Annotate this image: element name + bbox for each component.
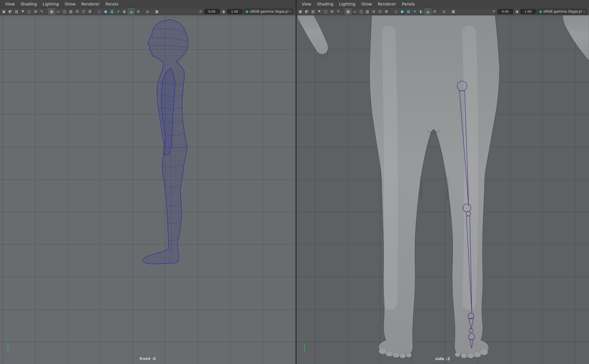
gamma-field[interactable]: 1.00 xyxy=(520,9,536,14)
bookmarks-icon[interactable]: ⚑ xyxy=(20,9,26,14)
axis-z-label: z xyxy=(300,354,302,357)
exposure-icon[interactable]: ☼ xyxy=(491,9,497,14)
gate-mask-icon[interactable]: ▧ xyxy=(364,9,370,14)
toolbar-separator xyxy=(94,9,95,14)
menu-item[interactable]: Show xyxy=(62,0,79,8)
toolbar-separator xyxy=(142,9,143,14)
axis-x-label: x xyxy=(10,353,12,357)
toolbar-separator xyxy=(343,9,343,14)
use-all-lights-icon[interactable]: ☀ xyxy=(115,9,121,14)
grid-icon[interactable]: ▦ xyxy=(48,8,55,15)
menu-item[interactable]: View xyxy=(2,0,18,8)
safe-title-icon[interactable]: ⊠ xyxy=(383,9,389,14)
shadows-icon[interactable]: ◐ xyxy=(122,9,128,14)
view-transform-label: sRGB gamma (legacy) xyxy=(250,9,288,14)
screen-space-ao-icon[interactable]: ◒ xyxy=(424,8,431,15)
toolbar-separator xyxy=(46,9,47,14)
chevron-down-icon: ▾ xyxy=(290,10,291,13)
screen-space-ao-icon[interactable]: ◒ xyxy=(128,8,135,15)
view-transform-dropdown[interactable]: ◉ sRGB gamma (legacy) ▾ xyxy=(243,9,294,14)
toolbar-separator xyxy=(152,9,152,14)
safe-action-icon[interactable]: ⊡ xyxy=(377,9,383,14)
gamma-icon[interactable]: ◑ xyxy=(514,9,519,14)
exposure-field[interactable]: 0.00 xyxy=(498,9,513,14)
exposure-field[interactable]: 0.00 xyxy=(204,9,220,14)
menu-item[interactable]: Shading xyxy=(314,0,336,8)
wireframe-icon[interactable]: ◇ xyxy=(96,9,102,14)
grid-icon[interactable]: ▦ xyxy=(345,8,351,15)
panel-front: ViewShadingLightingShowRendererPanels ▣◩… xyxy=(0,0,297,364)
resolution-gate-icon[interactable]: ◫ xyxy=(62,9,68,14)
grease-pencil-icon[interactable]: ✎ xyxy=(39,9,45,14)
textured-icon[interactable]: ▨ xyxy=(109,9,115,14)
xray-icon[interactable]: ▩ xyxy=(450,9,456,14)
wireframe-icon[interactable]: ◇ xyxy=(393,9,399,14)
isolate-select-icon[interactable]: ◎ xyxy=(441,9,447,14)
panel-toolbar: ▣◩▤⚑□⊞✎▦▭◫▧⊟⊡⊠◇●▨☀◐◒◔◎▩ ☼ 0.00 ◑ 1.00 ◉ … xyxy=(0,8,296,15)
motion-blur-icon[interactable]: ◔ xyxy=(431,9,437,14)
viewport-side[interactable]: y x z side -Z xyxy=(297,15,589,364)
maya-dual-viewport: ViewShadingLightingShowRendererPanels ▣◩… xyxy=(0,0,589,364)
image-plane-icon[interactable]: □ xyxy=(26,9,32,14)
gamma-icon[interactable]: ◑ xyxy=(221,9,226,14)
axis-y-label: y xyxy=(303,342,305,346)
menu-item[interactable]: Renderer xyxy=(78,0,102,8)
viewport-front[interactable]: y z x front -X xyxy=(0,15,296,364)
shaded-figure xyxy=(297,15,589,364)
toolbar-icon-strip: ▣◩▤⚑□⊞✎▦▭◫▧⊟⊡⊠◇●▨☀◐◒◔◎▩ xyxy=(1,8,160,15)
menu-item[interactable]: Renderer xyxy=(375,0,399,8)
chevron-down-icon: ▾ xyxy=(583,10,585,13)
safe-title-icon[interactable]: ⊠ xyxy=(87,9,93,14)
toolbar-right-cluster: ☼ 0.00 ◑ 1.00 ◉ sRGB gamma (legacy) ▾ xyxy=(198,9,295,14)
menu-item[interactable]: Lighting xyxy=(336,0,358,8)
color-management-icon: ◉ xyxy=(539,9,542,14)
arm-top-left xyxy=(298,15,328,54)
toolbar-separator xyxy=(391,9,391,14)
menu-item[interactable]: Panels xyxy=(399,0,418,8)
xray-icon[interactable]: ▩ xyxy=(154,9,160,14)
grease-pencil-icon[interactable]: ✎ xyxy=(335,9,341,14)
motion-blur-icon[interactable]: ◔ xyxy=(135,9,141,14)
toolbar-right-cluster: ☼ 0.00 ◑ 1.00 ◉ sRGB gamma (legacy) ▾ xyxy=(491,9,588,14)
bookmarks-icon[interactable]: ⚑ xyxy=(316,9,322,14)
shadows-icon[interactable]: ◐ xyxy=(418,9,424,14)
arm-top-right xyxy=(563,15,589,61)
use-all-lights-icon[interactable]: ☀ xyxy=(412,9,418,14)
gate-mask-icon[interactable]: ▧ xyxy=(68,9,74,14)
toolbar-separator xyxy=(448,9,449,14)
gamma-field[interactable]: 1.00 xyxy=(227,9,242,14)
field-chart-icon[interactable]: ⊟ xyxy=(74,9,80,14)
axis-gizmo-front: y z x xyxy=(2,342,18,358)
axis-z-label: z xyxy=(3,354,5,358)
lock-camera-icon[interactable]: ◩ xyxy=(7,9,13,14)
resolution-gate-icon[interactable]: ◫ xyxy=(358,9,364,14)
smooth-shade-icon[interactable]: ● xyxy=(103,9,109,14)
view-transform-dropdown[interactable]: ◉ sRGB gamma (legacy) ▾ xyxy=(537,9,587,14)
exposure-icon[interactable]: ☼ xyxy=(198,9,203,14)
smooth-shade-icon[interactable]: ● xyxy=(399,9,405,14)
two-d-pan-zoom-icon[interactable]: ⊞ xyxy=(329,9,335,14)
menu-item[interactable]: Shading xyxy=(18,0,40,8)
menu-item[interactable]: Show xyxy=(358,0,375,8)
menu-item[interactable]: Lighting xyxy=(40,0,62,8)
select-camera-icon[interactable]: ▣ xyxy=(297,9,303,14)
textured-icon[interactable]: ▨ xyxy=(406,9,412,14)
wireframe-figure xyxy=(126,16,203,284)
lock-camera-icon[interactable]: ◩ xyxy=(304,9,310,14)
toolbar-icon-strip: ▣◩▤⚑□⊞✎▦▭◫▧⊟⊡⊠◇●▨☀◐◒◔◎▩ xyxy=(297,8,456,15)
camera-attributes-icon[interactable]: ▤ xyxy=(14,9,20,14)
two-d-pan-zoom-icon[interactable]: ⊞ xyxy=(32,9,39,14)
camera-attributes-icon[interactable]: ▤ xyxy=(310,9,316,14)
image-plane-icon[interactable]: □ xyxy=(323,9,329,14)
axis-x-label: x xyxy=(311,353,313,357)
axis-gizmo-side: y x z xyxy=(299,342,315,358)
safe-action-icon[interactable]: ⊡ xyxy=(81,9,87,14)
field-chart-icon[interactable]: ⊟ xyxy=(371,9,377,14)
axis-y-label: y xyxy=(7,342,9,346)
isolate-select-icon[interactable]: ◎ xyxy=(144,9,150,14)
select-camera-icon[interactable]: ▣ xyxy=(1,9,7,14)
menu-item[interactable]: View xyxy=(299,0,314,8)
film-gate-icon[interactable]: ▭ xyxy=(352,9,358,14)
menu-item[interactable]: Panels xyxy=(102,0,121,8)
film-gate-icon[interactable]: ▭ xyxy=(55,9,61,14)
